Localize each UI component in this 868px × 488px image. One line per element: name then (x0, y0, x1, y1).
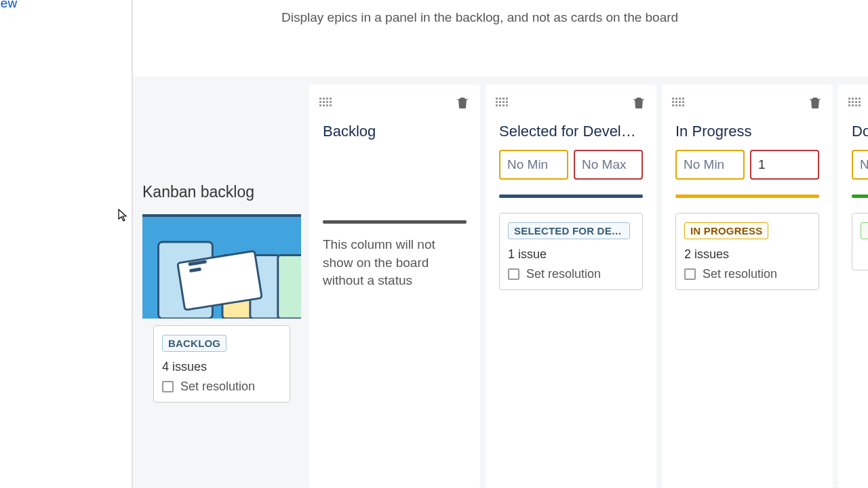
status-lozenge-backlog: BACKLOG (162, 335, 226, 352)
column-title-done[interactable]: Done (838, 117, 868, 140)
selected-issue-count: 1 issue (508, 247, 634, 262)
status-lozenge-done (861, 222, 868, 239)
backlog-issue-count: 4 issues (162, 360, 281, 374)
status-card-selected[interactable]: SELECTED FOR DEVELOPMENT 1 issue Set res… (499, 213, 643, 290)
max-limit-input[interactable]: No Max (574, 150, 643, 180)
kanban-backlog-title: Kanban backlog (142, 183, 254, 201)
column-bar-inprogress (675, 195, 819, 198)
inprogress-set-resolution-checkbox[interactable] (684, 268, 696, 280)
inprogress-set-resolution-label: Set resolution (703, 267, 777, 281)
delete-column-icon[interactable] (457, 96, 471, 111)
column-bar-done (852, 195, 868, 198)
min-limit-input[interactable]: No Min (675, 150, 745, 180)
column-title-inprogress[interactable]: In Progress (662, 117, 833, 140)
selected-set-resolution-label: Set resolution (526, 267, 601, 281)
kanban-backlog-illustration (142, 214, 301, 319)
drag-handle-icon[interactable] (495, 97, 511, 110)
svg-rect-3 (278, 255, 301, 319)
column-inprogress: In Progress No Min 1 IN PROGRESS 2 issue… (662, 85, 833, 488)
drag-handle-icon[interactable] (848, 97, 864, 110)
kanban-backlog-status-card[interactable]: BACKLOG 4 issues Set resolution (153, 325, 290, 403)
max-limit-input[interactable]: 1 (750, 150, 819, 180)
epic-panel-description: Display epics in a panel in the backlog,… (281, 10, 678, 25)
status-lozenge-inprogress: IN PROGRESS (684, 222, 768, 239)
sidebar-link-detail-view[interactable]: ail View (0, 0, 17, 11)
mouse-cursor-icon (118, 209, 129, 222)
delete-column-icon[interactable] (633, 96, 647, 111)
done-issue-count (861, 247, 868, 262)
column-done: Done N (838, 85, 868, 488)
inprogress-issue-count: 2 issues (684, 247, 810, 262)
min-limit-input[interactable]: No Min (499, 150, 568, 180)
status-card-inprogress[interactable]: IN PROGRESS 2 issues Set resolution (675, 213, 819, 290)
column-selected: Selected for Development No Min No Max S… (486, 85, 656, 488)
column-note-backlog: This column will not show on the board w… (309, 224, 480, 290)
selected-set-resolution-checkbox[interactable] (508, 268, 519, 280)
column-title-backlog[interactable]: Backlog (309, 117, 480, 140)
drag-handle-icon[interactable] (671, 97, 688, 110)
backlog-set-resolution-checkbox[interactable] (162, 381, 174, 392)
column-backlog: Backlog This column will not show on the… (309, 85, 480, 488)
backlog-set-resolution-label: Set resolution (180, 380, 255, 394)
min-limit-input[interactable]: N (852, 150, 868, 180)
drag-handle-icon[interactable] (319, 97, 335, 110)
status-lozenge-selected: SELECTED FOR DEVELOPMENT (508, 222, 630, 239)
delete-column-icon[interactable] (810, 96, 823, 111)
column-bar-selected (499, 195, 643, 198)
status-card-done[interactable] (852, 213, 868, 270)
column-title-selected[interactable]: Selected for Development (486, 117, 656, 140)
